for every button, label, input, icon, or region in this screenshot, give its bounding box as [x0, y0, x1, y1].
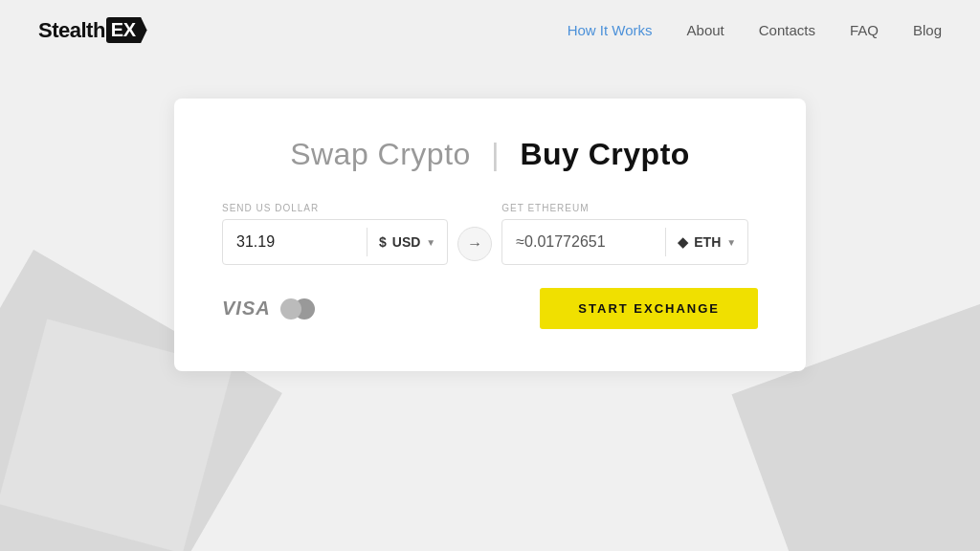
send-amount-input[interactable] — [223, 233, 367, 251]
logo-text: Stealth — [38, 18, 105, 43]
nav-contacts[interactable]: Contacts — [759, 22, 815, 38]
arrow-icon: → — [467, 235, 482, 253]
nav-faq[interactable]: FAQ — [850, 22, 879, 38]
bottom-row: VISA START EXCHANGE — [222, 288, 758, 329]
start-exchange-button[interactable]: START EXCHANGE — [540, 288, 758, 329]
send-input-row: $ USD ▼ — [222, 219, 448, 265]
send-currency-select[interactable]: $ USD ▼ — [368, 234, 447, 250]
send-field-group: SEND US DOLLAR $ USD ▼ — [222, 203, 448, 265]
payment-icons: VISA — [222, 298, 315, 320]
title-swap: Swap Crypto — [290, 137, 471, 171]
get-input-row: ◆ ETH ▼ — [501, 219, 748, 265]
get-chevron-icon: ▼ — [726, 237, 736, 248]
logo: StealthEX — [38, 17, 147, 43]
card-title: Swap Crypto | Buy Crypto — [222, 137, 758, 172]
get-field-group: GET ETHEREUM ◆ ETH ▼ — [501, 203, 748, 265]
get-currency-icon: ◆ — [678, 234, 688, 250]
nav-blog[interactable]: Blog — [913, 22, 942, 38]
mastercard-icon — [280, 298, 315, 320]
exchange-card: Swap Crypto | Buy Crypto SEND US DOLLAR … — [174, 99, 806, 371]
logo-badge: EX — [106, 17, 147, 43]
header: StealthEX How It Works About Contacts FA… — [0, 0, 980, 60]
get-currency-label: ETH — [694, 234, 721, 250]
send-chevron-icon: ▼ — [426, 237, 435, 248]
mc-circle-left — [280, 298, 301, 320]
send-currency-label: USD — [392, 234, 421, 250]
title-divider: | — [491, 137, 500, 171]
get-currency-select[interactable]: ◆ ETH ▼ — [666, 234, 747, 250]
visa-label: VISA — [222, 298, 271, 320]
exchange-form-row: SEND US DOLLAR $ USD ▼ → GET ETHEREUM — [222, 203, 758, 265]
swap-arrow-button[interactable]: → — [457, 227, 492, 261]
nav: How It Works About Contacts FAQ Blog — [568, 22, 942, 38]
title-buy: Buy Crypto — [520, 137, 689, 171]
nav-how-it-works[interactable]: How It Works — [568, 22, 653, 38]
get-amount-input[interactable] — [502, 233, 665, 251]
nav-about[interactable]: About — [687, 22, 724, 38]
get-label: GET ETHEREUM — [501, 203, 748, 213]
send-currency-icon: $ — [379, 234, 387, 250]
main-content: Swap Crypto | Buy Crypto SEND US DOLLAR … — [0, 60, 980, 371]
send-label: SEND US DOLLAR — [222, 203, 448, 213]
